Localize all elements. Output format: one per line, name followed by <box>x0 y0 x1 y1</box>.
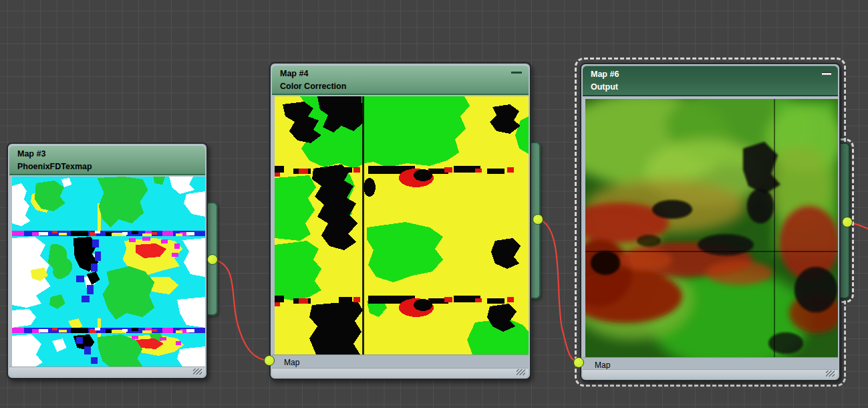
resize-grip-icon[interactable] <box>826 371 835 377</box>
node-titlebar[interactable]: Map #6 Output <box>583 66 838 96</box>
node-title: Map #6 <box>591 68 838 81</box>
node-map6[interactable]: Map #6 Output <box>580 63 841 381</box>
input-slot-label: Map <box>595 361 610 370</box>
node-title: Map #3 <box>17 148 205 161</box>
node-card[interactable]: Map #4 Color Correction <box>269 62 531 380</box>
node-footer <box>9 367 205 377</box>
output-socket[interactable] <box>533 214 543 225</box>
node-card[interactable]: Map #6 Output <box>580 63 841 381</box>
texture-preview[interactable] <box>585 99 838 357</box>
node-subtitle: Color Correction <box>280 80 529 93</box>
slate-node-canvas[interactable]: { "editor": { "description": "Slate mate… <box>0 0 868 408</box>
node-subtitle: Output <box>591 81 838 94</box>
resize-grip-icon[interactable] <box>193 369 202 375</box>
texture-preview[interactable] <box>275 96 529 354</box>
input-socket-map[interactable] <box>573 357 584 368</box>
input-socket-map[interactable] <box>264 355 275 366</box>
node-titlebar[interactable]: Map #4 Color Correction <box>272 65 529 95</box>
minimize-icon[interactable] <box>822 72 831 75</box>
node-card[interactable]: Map #3 PhoenixFDTexmap <box>7 142 208 379</box>
node-map4[interactable]: Map #4 Color Correction <box>269 62 531 380</box>
texture-preview[interactable] <box>12 177 205 369</box>
wire-map4-to-map6[interactable] <box>538 219 579 363</box>
node-title: Map #4 <box>280 68 529 80</box>
wire-map3-to-map4[interactable] <box>212 260 269 361</box>
output-socket[interactable] <box>207 254 218 265</box>
input-slot-label: Map <box>284 358 299 367</box>
node-titlebar[interactable]: Map #3 PhoenixFDTexmap <box>9 145 205 175</box>
resize-grip-icon[interactable] <box>517 369 525 375</box>
output-socket[interactable] <box>842 217 853 227</box>
node-subtitle: PhoenixFDTexmap <box>17 161 205 173</box>
node-footer <box>583 369 838 379</box>
node-footer <box>272 368 529 377</box>
node-map3[interactable]: Map #3 PhoenixFDTexmap <box>7 142 208 379</box>
minimize-icon[interactable] <box>511 72 522 74</box>
